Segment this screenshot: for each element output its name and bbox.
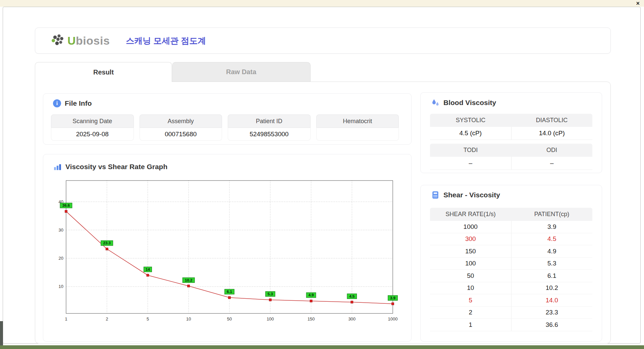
table-row: 1000 3.9 (430, 221, 592, 233)
ubiosis-logo: Ubiosis (51, 34, 110, 48)
svg-text:14: 14 (146, 267, 150, 271)
sv-patient-value: 5.3 (512, 258, 593, 270)
blood-viscosity-title-row: Blood Viscosity (421, 93, 602, 107)
sv-shear-value: 10 (430, 282, 512, 294)
sv-patient-value: 10.2 (512, 282, 593, 294)
svg-text:10: 10 (186, 316, 191, 321)
svg-text:2: 2 (106, 316, 108, 321)
sv-shear-value: 1000 (430, 221, 512, 233)
result-panel: i File Info Scanning Date 2025-09-08 Ass… (35, 82, 611, 344)
tab-bar: Result Raw Data (35, 62, 311, 82)
table-row: 150 4.9 (430, 245, 592, 258)
bv-header-row: TODI ODI (430, 144, 592, 157)
info-icon: i (53, 99, 61, 107)
graph-title-row: Viscosity vs Shear Rate Graph (43, 154, 411, 171)
desktop-background-strip (0, 345, 644, 349)
blood-viscosity-section: Blood Viscosity SYSTOLIC DIASTOLIC 4.5 (… (420, 92, 602, 173)
shear-viscosity-section: Shear - Viscosity SHEAR RATE(1/s) PATIEN… (420, 185, 602, 342)
table-row: 2 23.3 (430, 307, 592, 319)
field-value: 000715680 (140, 128, 222, 141)
svg-text:20: 20 (59, 256, 63, 261)
field-value: 52498553000 (228, 128, 311, 141)
bv-header-todi: TODI (430, 144, 511, 157)
field-hematocrit: Hematocrit (316, 114, 399, 141)
bv-header-diastolic: DIASTOLIC (511, 114, 592, 127)
sv-shear-value: 150 (430, 245, 512, 257)
file-info-title: File Info (65, 99, 92, 107)
table-row: 50 6.1 (430, 270, 592, 282)
bv-header-systolic: SYSTOLIC (430, 114, 511, 127)
bv-value-todi: – (430, 157, 512, 169)
bv-spacer (430, 140, 592, 144)
sv-patient-value: 23.3 (512, 307, 593, 319)
ubiosis-logo-icon (51, 34, 65, 48)
svg-text:50: 50 (227, 316, 232, 321)
svg-text:300: 300 (348, 316, 356, 321)
svg-text:36.6: 36.6 (62, 203, 70, 207)
close-button[interactable]: × (636, 0, 640, 6)
svg-text:10.2: 10.2 (185, 278, 192, 282)
bv-header-row: SYSTOLIC DIASTOLIC (430, 114, 592, 127)
file-info-title-row: i File Info (43, 94, 411, 107)
sv-shear-value: 50 (430, 270, 512, 282)
blood-viscosity-title: Blood Viscosity (443, 99, 496, 107)
window-titlebar: × (0, 0, 644, 7)
svg-text:4.5: 4.5 (349, 294, 355, 298)
sv-patient-value: 14.0 (512, 294, 593, 306)
tab-raw-data[interactable]: Raw Data (172, 62, 311, 82)
svg-text:23.3: 23.3 (103, 241, 111, 245)
table-row: 5 14.0 (430, 294, 592, 307)
field-scanning-date: Scanning Date 2025-09-08 (51, 114, 134, 141)
sv-header-shear-rate: SHEAR RATE(1/s) (430, 208, 511, 221)
svg-text:30: 30 (59, 228, 63, 233)
calculator-icon (431, 191, 440, 199)
field-value (316, 128, 399, 141)
tab-result[interactable]: Result (35, 62, 172, 82)
sv-header-row: SHEAR RATE(1/s) PATIENT(cp) (430, 208, 592, 221)
svg-text:6.1: 6.1 (227, 290, 232, 294)
field-patient-id: Patient ID 52498553000 (228, 114, 311, 141)
sv-patient-value: 6.1 (512, 270, 593, 282)
sv-patient-value: 4.5 (512, 233, 593, 245)
sv-shear-value: 1 (430, 319, 512, 331)
sv-shear-value: 100 (430, 258, 512, 270)
sv-shear-value: 5 (430, 294, 512, 306)
graph-title: Viscosity vs Shear Rate Graph (65, 163, 167, 171)
svg-text:3.9: 3.9 (390, 296, 395, 300)
table-row: 100 5.3 (430, 258, 592, 270)
viscosity-graph-section: Viscosity vs Shear Rate Graph 1020304012… (43, 154, 412, 342)
viscosity-chart: 102030401251050100150300100036.623.31410… (54, 177, 403, 335)
ubiosis-logo-text: Ubiosis (67, 34, 110, 47)
sv-patient-value: 4.9 (512, 245, 593, 257)
shear-viscosity-title: Shear - Viscosity (443, 191, 500, 199)
svg-text:10: 10 (59, 284, 63, 289)
field-label: Assembly (140, 114, 222, 128)
blood-viscosity-table: SYSTOLIC DIASTOLIC 4.5 (cP) 14.0 (cP) TO… (430, 114, 592, 170)
sv-shear-value: 300 (430, 233, 512, 245)
file-info-section: i File Info Scanning Date 2025-09-08 Ass… (43, 93, 412, 145)
svg-text:4.9: 4.9 (309, 293, 314, 297)
bv-value-row: 4.5 (cP) 14.0 (cP) (430, 127, 592, 140)
table-row: 10 10.2 (430, 282, 592, 295)
shear-viscosity-table: SHEAR RATE(1/s) PATIENT(cp) 1000 3.9 300… (430, 208, 592, 331)
field-label: Hematocrit (316, 114, 399, 128)
svg-text:100: 100 (267, 316, 274, 321)
svg-text:5: 5 (147, 316, 149, 321)
field-assembly: Assembly 000715680 (140, 114, 222, 141)
water-drops-icon (431, 98, 440, 107)
file-info-fields: Scanning Date 2025-09-08 Assembly 000715… (51, 114, 399, 141)
svg-text:5.3: 5.3 (268, 292, 273, 296)
table-row: 300 4.5 (430, 233, 592, 246)
desktop-background-corner (0, 321, 3, 346)
field-value: 2025-09-08 (51, 128, 134, 141)
svg-text:1000: 1000 (388, 316, 398, 321)
svg-text:150: 150 (308, 316, 315, 321)
bv-value-odi: – (512, 157, 593, 169)
svg-text:1: 1 (65, 316, 67, 321)
sv-patient-value: 36.6 (512, 319, 593, 331)
sv-header-patient: PATIENT(cp) (511, 208, 592, 221)
app-window: Ubiosis 스캐닝 모세관 점도계 Result Raw Data i Fi… (3, 7, 641, 344)
bar-chart-icon (53, 162, 62, 171)
app-title-korean: 스캐닝 모세관 점도계 (126, 35, 206, 46)
bv-value-diastolic: 14.0 (cP) (512, 127, 593, 140)
